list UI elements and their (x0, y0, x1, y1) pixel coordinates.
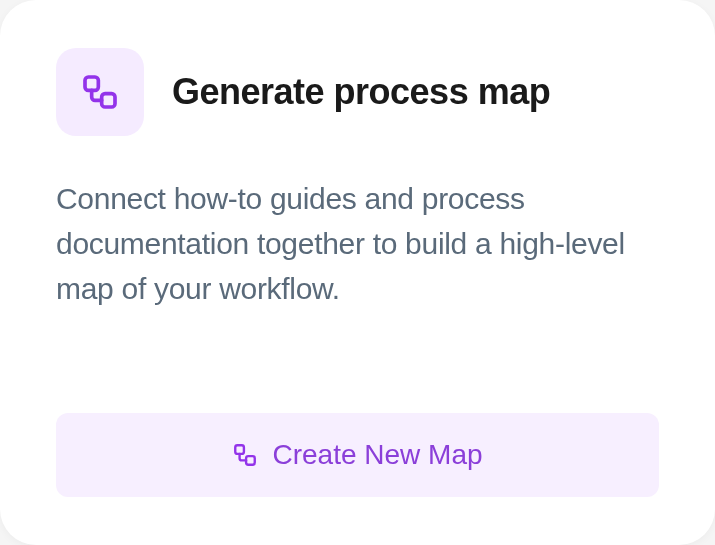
svg-rect-0 (85, 77, 98, 90)
process-map-card: Generate process map Connect how-to guid… (0, 0, 715, 545)
workflow-icon (232, 442, 258, 468)
button-label: Create New Map (272, 439, 482, 471)
card-title: Generate process map (172, 71, 550, 113)
workflow-icon (80, 72, 120, 112)
create-new-map-button[interactable]: Create New Map (56, 413, 659, 497)
svg-rect-1 (102, 94, 115, 107)
svg-rect-3 (247, 456, 256, 465)
workflow-icon-container (56, 48, 144, 136)
svg-rect-2 (236, 445, 245, 454)
card-header: Generate process map (56, 48, 659, 136)
card-description: Connect how-to guides and process docume… (56, 176, 659, 413)
